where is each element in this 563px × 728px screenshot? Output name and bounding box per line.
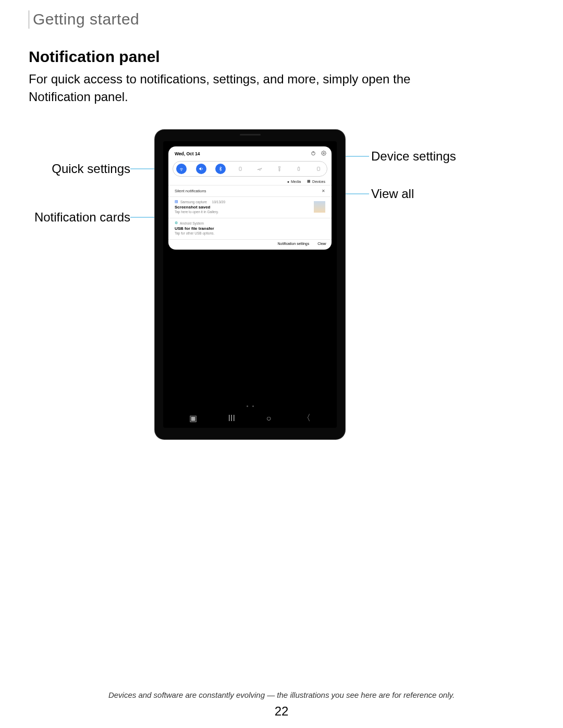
panel-footer: Notification settings Clear	[168, 240, 332, 250]
home-button[interactable]: ○	[266, 414, 272, 423]
airplane-toggle[interactable]	[254, 164, 265, 174]
panel-date: Wed, Oct 14	[175, 151, 305, 156]
rotate-toggle[interactable]	[235, 164, 246, 174]
quick-settings-sublinks: ● Media ▦ Devices	[168, 177, 332, 185]
notification-card[interactable]: ▧ Samsung capture 10/13/20 Screenshot sa…	[168, 197, 332, 218]
back-button[interactable]: 〈	[302, 413, 311, 424]
notif-subtitle: Tap here to open it in Gallery.	[175, 210, 325, 214]
svg-rect-10	[317, 167, 320, 171]
svg-rect-8	[298, 167, 300, 170]
flashlight-toggle[interactable]	[274, 164, 285, 174]
extra-toggle[interactable]	[313, 164, 324, 174]
page-number: 22	[0, 704, 563, 719]
nav-bar: ▣ III ○ 〈	[163, 413, 337, 424]
wifi-toggle[interactable]	[176, 164, 187, 174]
silent-notifications-header: Silent notifications ✕	[168, 186, 332, 196]
page-indicator	[247, 405, 254, 407]
gear-icon[interactable]	[321, 151, 326, 157]
media-link[interactable]: ● Media	[287, 179, 301, 183]
notif-title: Screenshot saved	[175, 205, 325, 209]
footnote: Devices and software are constantly evol…	[0, 690, 563, 699]
recents-button[interactable]: III	[228, 414, 235, 423]
silent-label: Silent notifications	[175, 189, 206, 193]
tablet-screen: Wed, Oct 14	[163, 141, 337, 428]
notification-settings-link[interactable]: Notification settings	[278, 242, 310, 245]
sound-toggle[interactable]	[196, 164, 206, 174]
devices-link[interactable]: ▦ Devices	[307, 179, 325, 183]
svg-rect-7	[239, 167, 241, 171]
svg-point-5	[323, 153, 325, 154]
notif-subtitle: Tap for other USB options.	[175, 231, 325, 235]
notification-card[interactable]: ⚙ Android System USB for file transfer T…	[168, 218, 332, 239]
close-icon[interactable]: ✕	[322, 189, 325, 193]
screenshot-icon[interactable]: ▣	[189, 413, 197, 423]
power-saving-toggle[interactable]	[293, 164, 304, 174]
notification-panel: Wed, Oct 14	[168, 146, 332, 250]
clear-button[interactable]: Clear	[317, 242, 326, 245]
svg-point-6	[181, 170, 182, 171]
power-icon[interactable]	[311, 151, 316, 157]
bluetooth-toggle[interactable]	[215, 164, 226, 174]
notif-title: USB for file transfer	[175, 226, 325, 231]
panel-header: Wed, Oct 14	[168, 146, 332, 161]
screenshot-thumbnail	[314, 201, 325, 213]
quick-settings-row	[168, 161, 332, 177]
tablet-frame: Wed, Oct 14	[155, 130, 345, 439]
